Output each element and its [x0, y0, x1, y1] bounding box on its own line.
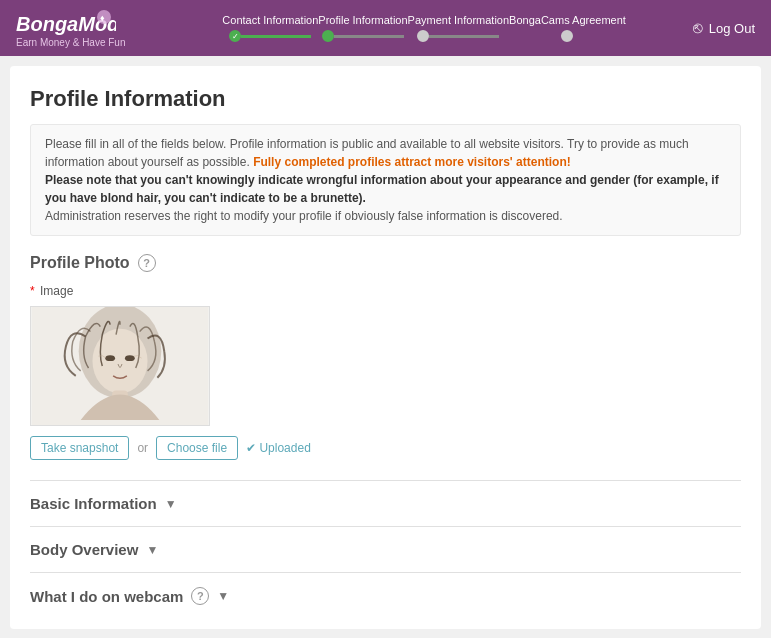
step-payment-label: Payment Information	[408, 14, 510, 26]
step-agreement-label: BongaCams Agreement	[509, 14, 626, 26]
basic-information-header[interactable]: Basic Information ▼	[30, 495, 741, 512]
body-overview-header[interactable]: Body Overview ▼	[30, 541, 741, 558]
webcam-header[interactable]: What I do on webcam ? ▼	[30, 587, 741, 605]
basic-information-title: Basic Information	[30, 495, 157, 512]
body-overview-section: Body Overview ▼	[30, 526, 741, 572]
step-profile-label: Profile Information	[318, 14, 407, 26]
step-agreement: BongaCams Agreement	[509, 14, 626, 42]
logout-icon: ⎋	[693, 19, 703, 37]
step-contact: Contact Information ✓	[222, 14, 318, 42]
step-payment: Payment Information	[408, 14, 510, 42]
logout-button[interactable]: ⎋ Log Out	[693, 19, 755, 37]
profile-photo-title: Profile Photo	[30, 254, 130, 272]
main-content: Profile Information Please fill in all o…	[10, 66, 761, 629]
step-agreement-dot	[561, 30, 573, 42]
header: BongaModels ♦ Earn Money & Have Fun Cont…	[0, 0, 771, 56]
basic-information-section: Basic Information ▼	[30, 480, 741, 526]
svg-point-7	[125, 355, 135, 361]
step-connector-2	[334, 35, 404, 38]
uploaded-status: ✔ Uploaded	[246, 441, 311, 455]
logout-label: Log Out	[709, 21, 755, 36]
body-overview-chevron: ▼	[146, 543, 158, 557]
step-contact-label: Contact Information	[222, 14, 318, 26]
photo-controls: Take snapshot or Choose file ✔ Uploaded	[30, 436, 741, 460]
info-box: Please fill in all of the fields below. …	[30, 124, 741, 236]
svg-text:♦: ♦	[100, 13, 105, 23]
webcam-help-icon[interactable]: ?	[191, 587, 209, 605]
body-overview-title: Body Overview	[30, 541, 138, 558]
profile-image-preview	[31, 307, 209, 425]
info-line2: Administration reserves the right to mod…	[45, 209, 563, 223]
webcam-title: What I do on webcam	[30, 588, 183, 605]
step-profile-dot	[322, 30, 334, 42]
step-payment-dot	[417, 30, 429, 42]
logo-svg: BongaModels ♦	[16, 9, 116, 37]
required-star: *	[30, 284, 35, 298]
basic-information-chevron: ▼	[165, 497, 177, 511]
image-field-label: * Image	[30, 284, 741, 298]
step-profile: Profile Information	[318, 14, 407, 42]
step-connector-3	[429, 35, 499, 38]
or-text: or	[137, 441, 148, 455]
step-connector-1	[241, 35, 311, 38]
info-bold: Please note that you can't knowingly ind…	[45, 173, 719, 205]
profile-photo-help-icon[interactable]: ?	[138, 254, 156, 272]
take-snapshot-button[interactable]: Take snapshot	[30, 436, 129, 460]
info-highlight: Fully completed profiles attract more vi…	[253, 155, 571, 169]
step-contact-dot: ✓	[229, 30, 241, 42]
profile-photo-section: Profile Photo ? * Image	[30, 254, 741, 460]
nav-steps: Contact Information ✓ Profile Informatio…	[156, 14, 693, 42]
webcam-section: What I do on webcam ? ▼	[30, 572, 741, 619]
logo-tagline: Earn Money & Have Fun	[16, 37, 126, 48]
photo-upload-area	[30, 306, 210, 426]
logo-area: BongaModels ♦ Earn Money & Have Fun	[16, 9, 126, 48]
page-title: Profile Information	[30, 86, 741, 112]
choose-file-button[interactable]: Choose file	[156, 436, 238, 460]
profile-photo-header: Profile Photo ?	[30, 254, 741, 272]
webcam-chevron: ▼	[217, 589, 229, 603]
svg-point-6	[105, 355, 115, 361]
